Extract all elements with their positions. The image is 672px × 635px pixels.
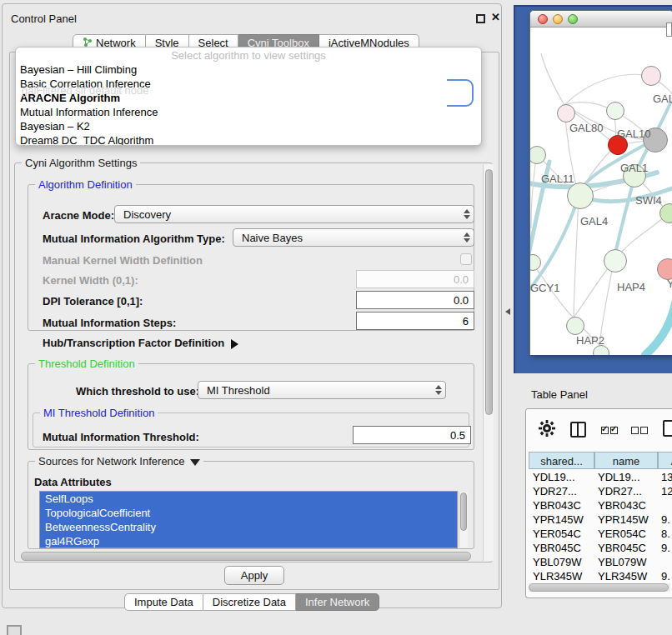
collapse-left-icon[interactable] — [505, 308, 510, 315]
algorithm-option[interactable]: Dream8 DC_TDC Algorithm — [16, 133, 481, 146]
table-horizontal-scrollbar[interactable] — [529, 583, 670, 592]
mi-algorithm-type-select[interactable]: Naive Bayes — [233, 228, 474, 247]
window-titlebar[interactable] — [530, 11, 672, 28]
tab-infer-network[interactable]: Infer Network — [296, 593, 379, 611]
node-label: HAP4 — [617, 281, 645, 293]
corner-widget-fragment — [7, 625, 22, 635]
node-label: SWI4 — [635, 194, 662, 207]
tab-impute-data[interactable]: Impute Data — [124, 593, 203, 611]
algorithm-option[interactable]: Bayesian – Hill Climbing — [16, 62, 481, 77]
minimize-traffic-light-icon[interactable] — [553, 14, 563, 24]
selected-value: Discovery — [115, 208, 460, 221]
float-icon[interactable] — [476, 14, 485, 23]
manual-kernel-width-checkbox[interactable] — [460, 253, 472, 265]
cell-shared: YBR043C — [533, 499, 581, 512]
node-gal4[interactable] — [567, 182, 594, 209]
hub-definition-toggle[interactable]: Hub/Transcription Factor Definition — [43, 337, 238, 349]
unchecked-pair-icon[interactable] — [631, 424, 649, 437]
cell-extra: 8. — [661, 528, 670, 540]
group-title: Cyni Algorithm Settings — [22, 157, 140, 169]
group-title: MI Threshold Definition — [40, 407, 158, 419]
apply-button[interactable]: Apply — [224, 566, 284, 585]
close-icon[interactable]: ✕ — [491, 11, 500, 23]
mi-steps-field[interactable]: 6 — [356, 312, 474, 330]
attributes-list-scrollbar[interactable] — [459, 492, 468, 548]
cell-shared: YDL19... — [533, 471, 575, 483]
node-hap4[interactable] — [604, 249, 627, 272]
table-row[interactable]: YER054C YER054C 8. — [526, 528, 672, 542]
cell-extra: 9. — [661, 542, 670, 554]
node-label: GAL1 — [620, 162, 648, 174]
which-threshold-select[interactable]: MI Threshold — [198, 381, 446, 399]
mi-algorithm-type-label: Mutual Information Algorithm Type: — [43, 232, 225, 245]
table-row[interactable]: YDL19... YDL19... 13 — [526, 471, 672, 485]
column-header-shared[interactable]: shared... — [529, 452, 594, 469]
scrollbar-thumb[interactable] — [485, 169, 493, 415]
column-header-extra[interactable]: A — [658, 452, 672, 469]
kernel-width-label: Kernel Width (0,1): — [43, 274, 138, 287]
network-canvas[interactable]: GAL GAL80 GAL10 GAL1 GAL11 SWI4 GAL4 GCY… — [530, 28, 672, 355]
cell-name: YPR145W — [598, 513, 649, 526]
node-hap2[interactable] — [566, 317, 584, 335]
column-icon[interactable] — [570, 422, 586, 438]
scrollbar-thumb[interactable] — [460, 492, 467, 531]
scrollbar-thumb[interactable] — [529, 583, 669, 592]
node-label: GAL80 — [569, 122, 603, 134]
which-threshold-label: Which threshold to use: — [76, 385, 199, 398]
table-row[interactable]: YLR345W YLR345W 9. — [526, 570, 672, 584]
close-traffic-light-icon[interactable] — [538, 14, 548, 24]
node-label: GAL10 — [617, 128, 650, 140]
collapse-down-icon[interactable] — [190, 459, 200, 466]
list-item[interactable]: BetweennessCentrality — [40, 520, 457, 534]
focused-combo-fragment — [447, 79, 474, 107]
cell-extra: 13 — [661, 471, 672, 483]
cell-shared: YPR145W — [533, 513, 584, 526]
algorithm-option[interactable]: Mutual Information Inference — [16, 105, 481, 119]
cell-name: YLR345W — [598, 570, 647, 582]
settings-horizontal-scrollbar[interactable] — [19, 552, 478, 561]
sources-title-text: Sources for Network Inference — [38, 455, 185, 468]
node-gal80[interactable] — [557, 104, 575, 122]
checked-pair-icon[interactable] — [601, 424, 619, 437]
cell-extra: 9. — [661, 570, 670, 582]
dpi-tolerance-field[interactable]: 0.0 — [356, 291, 474, 309]
manual-kernel-width-label: Manual Kernel Width Definition — [43, 254, 203, 267]
stepper-icon — [460, 229, 474, 246]
table-row[interactable]: YBR045C YBR045C 9. — [526, 542, 672, 556]
node-label: GAL — [653, 92, 672, 105]
mi-threshold-field[interactable]: 0.5 — [353, 426, 471, 444]
node-label: GCY1 — [530, 282, 559, 294]
document-icon[interactable] — [663, 420, 672, 437]
table-row[interactable]: YDR27... YDR27... 12 — [526, 485, 672, 499]
cell-shared: YDR27... — [533, 485, 577, 498]
algorithm-option[interactable]: Bayesian – K2 — [16, 119, 481, 133]
table-row[interactable]: YPR145W YPR145W 9. — [526, 513, 672, 528]
table-panel: shared... name A YDL19... YDL19... 13 YD… — [525, 408, 672, 598]
node-label: HAP2 — [576, 334, 604, 347]
expand-right-icon[interactable] — [231, 339, 238, 349]
settings-vertical-scrollbar[interactable] — [483, 164, 494, 561]
node-label: GAL11 — [541, 172, 574, 185]
cell-name: YBR045C — [598, 542, 646, 554]
hidden-combo-ghost-text: galFiltered.sif default node — [22, 84, 148, 97]
gear-icon[interactable] — [539, 420, 555, 439]
list-item[interactable]: SelfLoops — [40, 492, 457, 506]
table-row[interactable]: YBL079W YBL079W — [526, 556, 672, 570]
zoom-traffic-light-icon[interactable] — [568, 14, 578, 24]
stepper-icon — [432, 382, 445, 398]
column-header-name[interactable]: name — [594, 452, 658, 469]
list-item[interactable]: gal4RGexp — [40, 534, 457, 548]
scrollbar-thumb[interactable] — [21, 552, 471, 561]
node-top-right-pink[interactable] — [641, 66, 661, 86]
aracne-mode-select[interactable]: Discovery — [114, 205, 474, 223]
kernel-width-field[interactable]: 0.0 — [356, 270, 474, 288]
node-gal10[interactable] — [606, 102, 624, 120]
tab-discretize-data[interactable]: Discretize Data — [203, 593, 296, 611]
cell-name: YDR27... — [598, 485, 642, 498]
list-item[interactable]: TopologicalCoefficient — [40, 506, 457, 520]
cell-shared: YBR045C — [533, 542, 581, 554]
dropdown-placeholder: Select algorithm to view settings — [16, 48, 481, 62]
network-view-window[interactable]: GAL GAL80 GAL10 GAL1 GAL11 SWI4 GAL4 GCY… — [529, 10, 672, 355]
cell-extra: 9. — [661, 513, 670, 526]
table-row[interactable]: YBR043C YBR043C — [526, 499, 672, 513]
